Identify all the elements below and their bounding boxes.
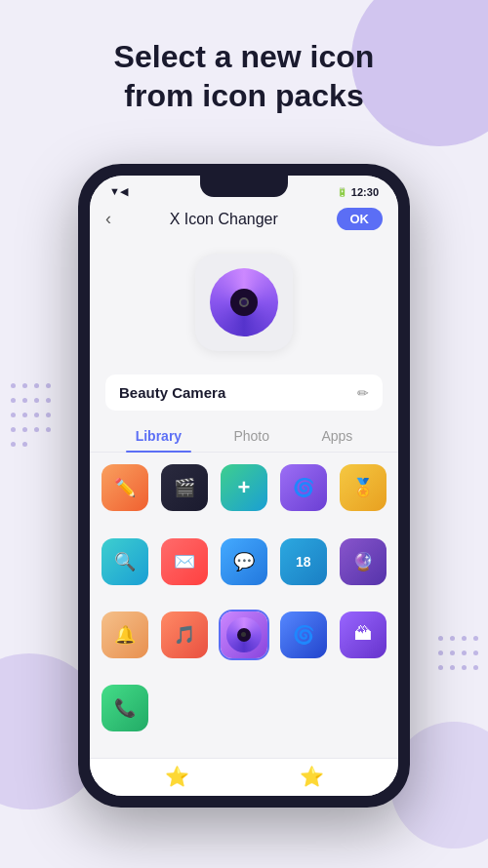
eye-inner [230, 289, 258, 316]
page-title: Select a new icon from icon packs [0, 37, 488, 115]
battery-icon: 🔋 [337, 187, 347, 197]
icon-img: 🎵 [161, 612, 208, 658]
list-item[interactable]: 🎵 [159, 610, 211, 661]
bottom-row: ⭐ ⭐ [90, 758, 398, 796]
icon-img: 🌀 [280, 464, 327, 511]
icon-img: ✏️ [102, 464, 148, 511]
icon-img: 📞 [102, 685, 148, 731]
signal-icon: ▼◀ [109, 185, 128, 198]
list-item[interactable]: 🏅 [337, 462, 388, 514]
tab-photo[interactable]: Photo [224, 422, 279, 452]
list-item[interactable]: 18 [277, 535, 329, 587]
list-item[interactable]: ✏️ [100, 462, 151, 514]
list-item[interactable]: + [219, 462, 270, 514]
icon-img: 🏔 [340, 612, 386, 658]
icon-preview-area [90, 238, 398, 363]
status-time: 12:30 [351, 186, 379, 198]
icon-img: 💬 [221, 538, 267, 585]
back-button[interactable]: ‹ [105, 209, 111, 229]
preview-icon [210, 268, 278, 336]
app-header: ‹ X Icon Changer OK [90, 202, 398, 238]
list-item-selected[interactable] [219, 610, 270, 661]
list-item[interactable]: 🔮 [337, 535, 388, 587]
icon-img: 🎬 [161, 464, 208, 511]
icon-img-selected [221, 612, 267, 658]
tab-apps[interactable]: Apps [311, 422, 362, 452]
icon-img: 18 [280, 538, 327, 585]
list-item[interactable]: 🎬 [159, 462, 211, 514]
list-item[interactable]: 💬 [219, 535, 270, 587]
icon-grid: ✏️ 🎬 + 🌀 🏅 🔍 ✉️ 💬 [90, 453, 398, 758]
dots-right [435, 633, 478, 673]
edit-icon[interactable]: ✏ [357, 385, 369, 401]
bottom-star-icon[interactable]: ⭐ [165, 765, 189, 788]
list-item[interactable]: 🔔 [100, 610, 151, 661]
eye-pupil [239, 297, 249, 307]
list-item[interactable]: 📞 [100, 683, 151, 734]
tab-library[interactable]: Library [126, 422, 191, 452]
status-right: 🔋 12:30 [337, 186, 379, 198]
ok-button[interactable]: OK [337, 208, 384, 230]
phone-mockup: ▼◀ 🔋 12:30 ‹ X Icon Changer OK [78, 164, 410, 808]
status-left: ▼◀ [109, 185, 128, 198]
app-name-area: Beauty Camera ✏ [105, 375, 383, 411]
phone-screen: ▼◀ 🔋 12:30 ‹ X Icon Changer OK [90, 176, 398, 796]
list-item[interactable]: 🌀 [277, 462, 329, 514]
list-item[interactable]: 🔍 [100, 535, 151, 587]
dots-left [8, 380, 51, 450]
tabs-row: Library Photo Apps [90, 418, 398, 453]
icon-img: 🌀 [280, 612, 327, 658]
icon-preview-box [195, 254, 293, 351]
app-header-title: X Icon Changer [170, 211, 278, 228]
icon-img: 🔔 [102, 612, 148, 658]
icon-img: ✉️ [161, 538, 208, 585]
icon-img: 🏅 [340, 464, 386, 511]
phone-notch [200, 176, 288, 197]
bottom-star-icon-2[interactable]: ⭐ [300, 765, 324, 788]
icon-img: 🔍 [102, 538, 148, 585]
list-item[interactable]: ✉️ [159, 535, 211, 587]
list-item[interactable]: 🏔 [337, 610, 388, 661]
icon-img: + [221, 464, 267, 511]
app-name-text: Beauty Camera [119, 384, 225, 401]
list-item[interactable]: 🌀 [277, 610, 329, 661]
icon-img: 🔮 [340, 538, 386, 585]
